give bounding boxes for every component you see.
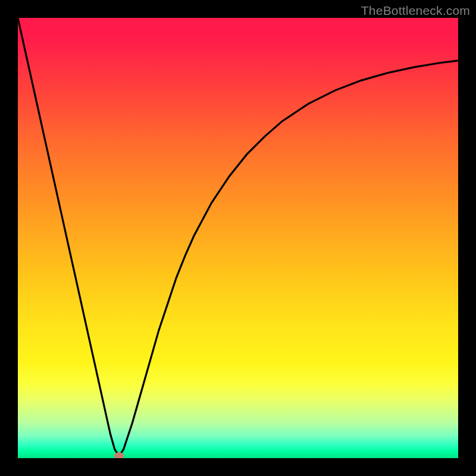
curve-svg [18, 18, 458, 458]
chart-frame: TheBottleneck.com [0, 0, 476, 476]
plot-area [18, 18, 458, 458]
minimum-marker [114, 452, 124, 458]
bottleneck-curve [18, 18, 458, 456]
watermark-label: TheBottleneck.com [361, 4, 470, 18]
